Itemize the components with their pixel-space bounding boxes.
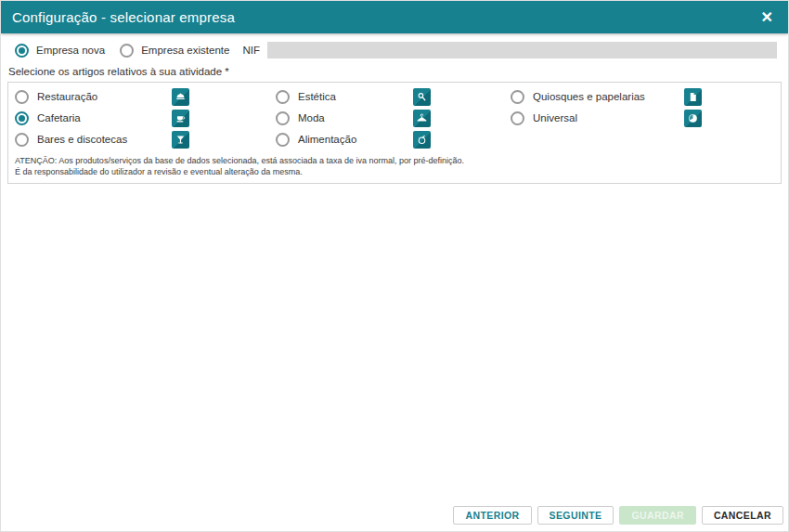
radio-empresa-existente[interactable]: Empresa existente bbox=[120, 44, 229, 58]
globe-icon bbox=[684, 110, 702, 127]
option-label: Cafetaria bbox=[37, 112, 81, 123]
iva-warning: ATENÇÃO: Aos produtos/serviços da base d… bbox=[15, 155, 774, 177]
universal-radio[interactable] bbox=[511, 111, 524, 125]
dialog-title: Configuração - selecionar empresa bbox=[12, 9, 235, 25]
empresa-existente-radio[interactable] bbox=[120, 44, 134, 58]
radio-empresa-nova[interactable]: Empresa nova bbox=[15, 44, 105, 58]
option-label: Alimentação bbox=[298, 134, 356, 145]
restauracao-radio[interactable] bbox=[15, 90, 29, 104]
option-label: Restauração bbox=[37, 91, 97, 102]
pot-icon bbox=[413, 131, 431, 149]
company-type-row: Empresa nova Empresa existente NIF bbox=[15, 42, 777, 58]
empresa-nova-radio[interactable] bbox=[15, 44, 29, 58]
activity-option-universal: Universal bbox=[511, 109, 774, 127]
nif-label: NIF bbox=[242, 45, 260, 56]
activity-prompt: Selecione os artigos relativos à sua ati… bbox=[8, 66, 777, 77]
activity-option-quiosques: Quiosques e papelarias bbox=[511, 87, 774, 106]
quiosques-radio[interactable] bbox=[511, 90, 524, 104]
activity-option-cafetaria: Cafetaria bbox=[15, 109, 276, 127]
config-dialog: Configuração - selecionar empresa ✕ Empr… bbox=[0, 0, 789, 532]
close-icon[interactable]: ✕ bbox=[757, 8, 777, 27]
empresa-nova-label: Empresa nova bbox=[36, 45, 105, 56]
seguinte-button[interactable]: SEGUINTE bbox=[537, 506, 614, 525]
iva-warning-line2: É da responsabilidade do utilizador a re… bbox=[15, 166, 774, 177]
activity-grid: Restauração Estética Quiosques e p bbox=[15, 87, 774, 149]
cafetaria-radio[interactable] bbox=[15, 111, 29, 125]
activity-option-restauracao: Restauração bbox=[15, 87, 276, 106]
option-label: Estética bbox=[298, 91, 336, 102]
document-icon bbox=[684, 88, 702, 106]
activity-option-moda: Moda bbox=[276, 109, 511, 127]
activity-panel: Restauração Estética Quiosques e p bbox=[7, 82, 782, 184]
option-label: Quiosques e papelarias bbox=[533, 91, 645, 102]
moda-radio[interactable] bbox=[276, 111, 290, 125]
nif-input[interactable] bbox=[267, 42, 777, 58]
option-label: Moda bbox=[298, 112, 325, 123]
empty-cell bbox=[511, 130, 774, 149]
option-label: Bares e discotecas bbox=[37, 134, 127, 145]
coffee-cup-icon bbox=[172, 110, 189, 127]
bares-radio[interactable] bbox=[15, 133, 29, 147]
cocktail-icon bbox=[172, 131, 189, 149]
mirror-icon bbox=[413, 88, 431, 106]
empresa-existente-label: Empresa existente bbox=[141, 45, 229, 56]
activity-option-alimentacao: Alimentação bbox=[276, 130, 511, 149]
iva-warning-line1: ATENÇÃO: Aos produtos/serviços da base d… bbox=[15, 155, 774, 166]
alimentacao-radio[interactable] bbox=[276, 133, 290, 147]
estetica-radio[interactable] bbox=[276, 90, 290, 104]
option-label: Universal bbox=[533, 112, 577, 123]
cancelar-button[interactable]: CANCELAR bbox=[702, 506, 783, 525]
activity-option-estetica: Estética bbox=[276, 87, 511, 106]
guardar-button[interactable]: GUARDAR bbox=[619, 506, 695, 525]
dialog-titlebar: Configuração - selecionar empresa ✕ bbox=[1, 1, 788, 33]
activity-option-bares: Bares e discotecas bbox=[15, 130, 276, 149]
hanger-icon bbox=[413, 110, 431, 127]
cloche-icon bbox=[172, 88, 189, 106]
footer-buttons: ANTERIOR SEGUINTE GUARDAR CANCELAR bbox=[453, 506, 783, 525]
anterior-button[interactable]: ANTERIOR bbox=[453, 506, 531, 525]
